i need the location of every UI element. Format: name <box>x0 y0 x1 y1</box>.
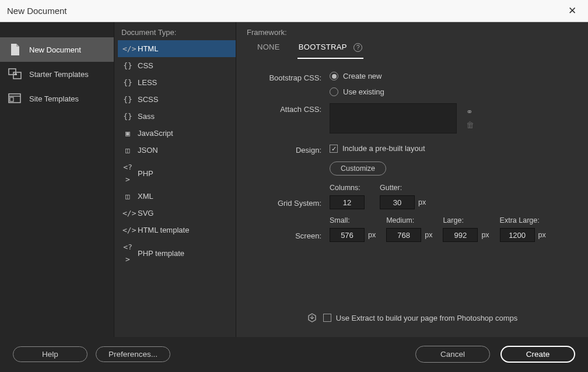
radio-icon <box>330 72 338 80</box>
doctype-item-javascript[interactable]: ▣JavaScript <box>118 125 236 142</box>
sidebar-item-label: Site Templates <box>29 94 79 103</box>
help-icon[interactable]: ? <box>354 43 362 52</box>
sidebar-item-label: New Document <box>29 45 81 54</box>
code-icon: </> <box>123 224 133 236</box>
radio-create-new[interactable]: Create new <box>330 72 384 80</box>
design-label: Design: <box>254 144 330 155</box>
starter-templates-icon <box>8 68 22 80</box>
doctype-item-json[interactable]: ◫JSON <box>118 142 236 159</box>
doctype-item-label: LESS <box>138 76 157 89</box>
doctype-item-label: SVG <box>138 207 153 219</box>
checkbox-use-extract[interactable]: Use Extract to build your page from Phot… <box>323 314 517 322</box>
doctype-item-label: HTML <box>138 43 158 55</box>
dialog-body: New Document Starter Templates Site Temp… <box>0 22 588 337</box>
customize-button[interactable]: Customize <box>330 162 386 176</box>
sidebar-item-label: Starter Templates <box>29 70 89 79</box>
main-panel: Framework: NONE BOOTSTRAP ? Bootstrap CS… <box>236 22 588 337</box>
checkbox-icon <box>323 314 331 322</box>
dialog-title: New Document <box>7 6 67 16</box>
help-button[interactable]: Help <box>13 346 88 362</box>
braces-icon: {} <box>123 59 133 72</box>
svg-rect-2 <box>15 73 17 75</box>
doctype-item-html-template[interactable]: </>HTML template <box>118 222 236 238</box>
doctype-item-label: PHP template <box>138 247 184 259</box>
medium-input[interactable] <box>386 228 421 242</box>
bootstrap-css-label: Bootstrap CSS: <box>254 72 330 82</box>
sidebar-item-starter-templates[interactable]: Starter Templates <box>0 62 114 86</box>
columns-label: Columns: <box>330 184 365 192</box>
doctype-item-css[interactable]: {}CSS <box>118 57 236 74</box>
link-icon[interactable]: ⚭ <box>466 107 474 117</box>
checkbox-include-prebuilt[interactable]: Include a pre-built layout <box>330 144 425 153</box>
tab-none[interactable]: NONE <box>256 40 281 59</box>
doctype-item-php[interactable]: <?>PHP <box>118 159 236 188</box>
unit-label: px <box>368 231 376 239</box>
doctype-item-label: XML <box>138 190 153 202</box>
tab-bootstrap-label: BOOTSTRAP <box>299 43 347 51</box>
grid-system-label: Grid System: <box>254 184 330 208</box>
gutter-label: Gutter: <box>380 184 426 192</box>
framework-header: Framework: <box>243 28 581 40</box>
svg-rect-5 <box>10 97 13 101</box>
braces-icon: {} <box>123 93 133 106</box>
sidebar-item-site-templates[interactable]: Site Templates <box>0 86 114 111</box>
attach-css-label: Attach CSS: <box>254 103 330 114</box>
radio-label: Create new <box>343 72 382 80</box>
doctype-item-sass[interactable]: {}Sass <box>118 108 236 125</box>
radio-icon <box>330 87 338 96</box>
code-icon: </> <box>123 207 133 219</box>
cancel-button[interactable]: Cancel <box>415 346 490 363</box>
columns-input[interactable] <box>330 195 365 209</box>
doctype-item-xml[interactable]: ◫XML <box>118 188 236 205</box>
sidebar: New Document Starter Templates Site Temp… <box>0 22 114 337</box>
doctype-item-label: CSS <box>138 59 153 72</box>
svg-rect-1 <box>13 72 21 79</box>
small-input[interactable] <box>330 228 365 242</box>
titlebar: New Document ✕ <box>0 0 588 22</box>
doctype-header: Document Type: <box>118 28 236 40</box>
doctype-item-php-template[interactable]: <?>PHP template <box>118 238 236 268</box>
radio-use-existing[interactable]: Use existing <box>330 87 384 96</box>
large-input[interactable] <box>443 228 478 242</box>
braces-icon: {} <box>123 76 133 89</box>
attach-css-field[interactable] <box>330 103 457 134</box>
radio-label: Use existing <box>343 87 384 96</box>
trash-icon[interactable]: 🗑 <box>466 120 474 129</box>
unit-label: px <box>418 198 426 206</box>
doctype-item-label: JSON <box>138 144 158 156</box>
medium-label: Medium: <box>386 216 432 224</box>
dialog-footer: Help Preferences... Cancel Create <box>0 337 588 371</box>
doctype-item-less[interactable]: {}LESS <box>118 74 236 91</box>
xlarge-input[interactable] <box>500 228 535 242</box>
close-icon[interactable]: ✕ <box>564 2 581 19</box>
doctype-item-html[interactable]: </>HTML <box>118 40 236 57</box>
braces-icon: {} <box>123 110 133 122</box>
preferences-button[interactable]: Preferences... <box>96 346 170 362</box>
unit-label: px <box>538 231 546 239</box>
unit-label: px <box>425 231 432 239</box>
extract-row: Use Extract to build your page from Phot… <box>236 313 588 323</box>
create-button[interactable]: Create <box>501 346 575 363</box>
doctype-item-label: PHP <box>138 167 153 180</box>
doctype-list: Document Type: </>HTML {}CSS {}LESS {}SC… <box>114 22 236 337</box>
xlarge-label: Extra Large: <box>500 216 546 224</box>
unit-label: px <box>481 231 489 239</box>
checkbox-icon <box>330 145 338 153</box>
json-icon: ◫ <box>123 144 133 156</box>
extract-icon <box>307 313 317 323</box>
framework-tabs: NONE BOOTSTRAP ? <box>243 40 581 59</box>
small-label: Small: <box>330 216 376 224</box>
xml-icon: ◫ <box>123 190 133 202</box>
doctype-item-label: JavaScript <box>138 127 173 139</box>
document-icon <box>8 43 22 56</box>
checkbox-label: Include a pre-built layout <box>342 144 425 153</box>
php-icon: <?> <box>123 241 133 265</box>
sidebar-item-new-document[interactable]: New Document <box>0 37 114 62</box>
screen-label: Screen: <box>254 216 330 240</box>
code-icon: </> <box>123 43 133 55</box>
gutter-input[interactable] <box>380 195 415 209</box>
php-icon: <?> <box>123 161 133 185</box>
doctype-item-svg[interactable]: </>SVG <box>118 205 236 222</box>
tab-bootstrap[interactable]: BOOTSTRAP ? <box>298 40 364 59</box>
doctype-item-scss[interactable]: {}SCSS <box>118 91 236 108</box>
